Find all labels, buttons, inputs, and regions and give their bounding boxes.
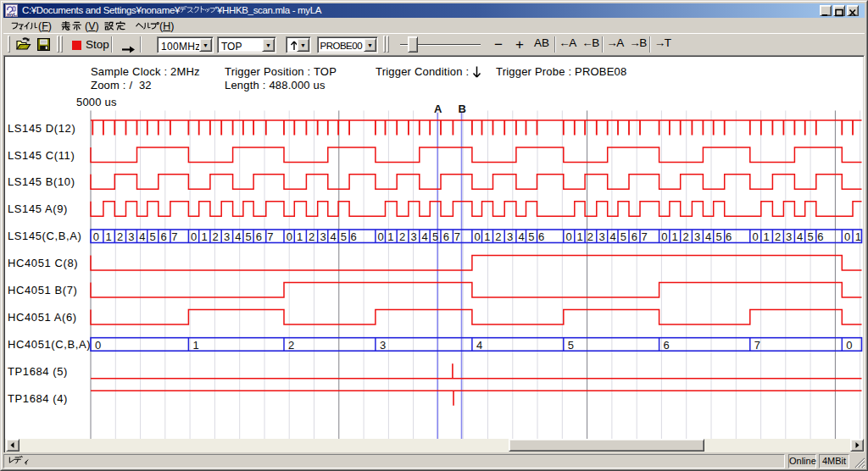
svg-text:1: 1 bbox=[201, 230, 207, 243]
svg-text:2: 2 bbox=[213, 230, 219, 243]
svg-text:5: 5 bbox=[715, 230, 721, 243]
svg-text:2: 2 bbox=[117, 230, 123, 243]
svg-text:4: 4 bbox=[330, 230, 336, 243]
svg-text:2: 2 bbox=[587, 230, 593, 243]
svg-text:3: 3 bbox=[598, 230, 604, 243]
svg-text:2: 2 bbox=[399, 230, 405, 243]
svg-text:6: 6 bbox=[160, 230, 166, 243]
svg-text:0: 0 bbox=[565, 230, 571, 243]
svg-text:4: 4 bbox=[235, 230, 241, 243]
svg-text:6: 6 bbox=[443, 230, 449, 243]
svg-text:5: 5 bbox=[620, 230, 626, 243]
svg-text:2: 2 bbox=[495, 230, 501, 243]
svg-text:6: 6 bbox=[726, 230, 732, 243]
svg-text:2: 2 bbox=[309, 230, 314, 243]
svg-text:0: 0 bbox=[191, 230, 197, 243]
svg-text:1: 1 bbox=[297, 230, 303, 243]
svg-text:6: 6 bbox=[538, 230, 544, 243]
svg-text:B: B bbox=[459, 103, 466, 115]
svg-text:0: 0 bbox=[95, 339, 101, 352]
svg-text:0: 0 bbox=[287, 230, 292, 243]
svg-text:7: 7 bbox=[454, 230, 460, 243]
svg-text:0: 0 bbox=[378, 230, 384, 243]
svg-text:5: 5 bbox=[807, 230, 813, 243]
svg-text:4: 4 bbox=[421, 230, 427, 243]
svg-text:3: 3 bbox=[786, 230, 792, 243]
svg-text:1: 1 bbox=[192, 339, 198, 352]
svg-text:0: 0 bbox=[844, 230, 850, 243]
svg-text:3: 3 bbox=[320, 230, 326, 243]
svg-text:2: 2 bbox=[682, 230, 688, 243]
svg-text:6: 6 bbox=[817, 230, 823, 243]
svg-text:3: 3 bbox=[507, 230, 513, 243]
svg-text:0: 0 bbox=[475, 230, 481, 243]
svg-text:0: 0 bbox=[93, 230, 99, 243]
svg-text:5: 5 bbox=[568, 339, 574, 352]
svg-text:1: 1 bbox=[576, 230, 582, 243]
svg-text:0: 0 bbox=[846, 339, 852, 352]
svg-text:0: 0 bbox=[661, 230, 667, 243]
svg-text:2: 2 bbox=[775, 230, 781, 243]
svg-text:1: 1 bbox=[387, 230, 393, 243]
svg-text:5: 5 bbox=[528, 230, 534, 243]
svg-text:5: 5 bbox=[246, 230, 252, 243]
svg-text:3: 3 bbox=[380, 339, 386, 352]
svg-text:1: 1 bbox=[763, 230, 769, 243]
svg-text:A: A bbox=[434, 103, 442, 115]
svg-text:6: 6 bbox=[632, 230, 637, 243]
svg-text:4: 4 bbox=[476, 339, 482, 352]
svg-text:4: 4 bbox=[797, 230, 803, 243]
svg-text:5: 5 bbox=[341, 230, 347, 243]
svg-text:4: 4 bbox=[705, 230, 711, 243]
svg-text:3: 3 bbox=[128, 230, 134, 243]
svg-text:3: 3 bbox=[411, 230, 417, 243]
svg-text:7: 7 bbox=[641, 230, 647, 243]
svg-text:1: 1 bbox=[672, 230, 678, 243]
svg-text:4: 4 bbox=[609, 230, 615, 243]
svg-text:7: 7 bbox=[754, 339, 760, 352]
svg-text:5: 5 bbox=[149, 230, 155, 243]
svg-text:6: 6 bbox=[256, 230, 262, 243]
svg-text:2: 2 bbox=[288, 339, 294, 352]
svg-text:0: 0 bbox=[752, 230, 758, 243]
svg-text:4: 4 bbox=[139, 230, 145, 243]
svg-text:1: 1 bbox=[106, 230, 112, 243]
svg-text:7: 7 bbox=[171, 230, 177, 243]
svg-text:1: 1 bbox=[855, 230, 861, 243]
svg-text:6: 6 bbox=[664, 339, 670, 352]
svg-text:7: 7 bbox=[267, 230, 273, 243]
svg-text:3: 3 bbox=[694, 230, 700, 243]
svg-text:4: 4 bbox=[519, 230, 525, 243]
svg-text:3: 3 bbox=[224, 230, 230, 243]
svg-text:6: 6 bbox=[350, 230, 356, 243]
svg-text:1: 1 bbox=[484, 230, 490, 243]
svg-text:5: 5 bbox=[432, 230, 438, 243]
